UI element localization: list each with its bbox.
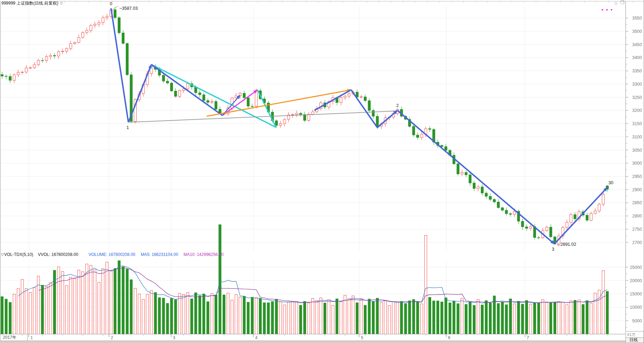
volume-bar — [271, 302, 274, 334]
chevron-down-icon[interactable]: ▽ — [60, 1, 63, 5]
volume-bar — [295, 301, 298, 334]
volume-bar — [501, 302, 504, 334]
volume-bar — [404, 303, 407, 334]
candle-body — [21, 72, 23, 72]
volume-bar — [142, 299, 145, 334]
candle-body — [525, 227, 528, 228]
volume-bar — [340, 302, 342, 334]
volume-bar — [537, 303, 540, 334]
volume-bar — [251, 297, 253, 334]
volume-tick-label: 5000 — [632, 319, 642, 323]
volume-bar — [223, 295, 225, 334]
volume-bar — [545, 302, 548, 334]
volume-bar — [436, 301, 439, 334]
diamond-icon[interactable]: ◇ — [614, 1, 617, 5]
volume-bar — [303, 301, 306, 334]
candle-body — [102, 18, 104, 23]
volume-bar — [291, 301, 294, 334]
volume-bar — [78, 270, 80, 334]
collapse-icon[interactable]: ▽ — [1, 253, 4, 257]
volume-bar — [465, 305, 467, 334]
volume-bar — [81, 272, 84, 334]
overlay-line — [398, 110, 555, 244]
volume-bar — [106, 262, 108, 334]
candle-body — [255, 91, 258, 106]
volume-bar — [384, 301, 386, 334]
candle-body — [5, 76, 7, 77]
candle-body — [477, 187, 479, 188]
candle-body — [340, 98, 342, 102]
candle-body — [469, 175, 471, 183]
candle-body — [57, 52, 60, 56]
candle-body — [13, 75, 15, 80]
candle-body — [497, 202, 500, 208]
price-tick-label: 3400 — [632, 55, 642, 60]
candle-body — [65, 49, 68, 51]
volume-bar — [166, 303, 169, 334]
volume-bar — [469, 302, 471, 334]
candle-body — [106, 16, 108, 18]
ma10-value: MA10: 142996256.00 — [183, 252, 224, 257]
volume-bar — [198, 296, 201, 334]
scrollbar-strip[interactable] — [0, 341, 644, 343]
candle-body — [247, 98, 249, 106]
candle-body — [441, 145, 443, 147]
volume-bar — [558, 302, 560, 334]
volume-bar — [606, 291, 608, 334]
volume-bar — [211, 293, 213, 334]
candle-body — [574, 215, 576, 219]
candle-body — [303, 114, 306, 120]
symbol-title: 999999 上证指数(日线.前复权)▽ — [1, 0, 63, 6]
volume-bar — [505, 305, 508, 334]
candle-body — [372, 110, 375, 116]
volume-bar — [49, 283, 52, 334]
indicator-name[interactable]: VOL-TDX(5,10) — [4, 252, 33, 257]
candle-body — [61, 51, 64, 52]
candle-body — [90, 26, 92, 30]
price-tick-label: 3200 — [632, 108, 642, 113]
candle-body — [602, 194, 605, 204]
volume-bar — [239, 297, 241, 334]
volume-bar — [235, 295, 237, 334]
period-selector[interactable]: 日线 — [629, 337, 638, 343]
candle-body — [275, 121, 278, 126]
candle-body — [174, 91, 177, 96]
volume-bar — [473, 305, 475, 334]
candle-body — [299, 113, 302, 114]
annotation-label: 3 — [552, 247, 554, 252]
volume-bar — [420, 304, 423, 334]
volume-bar — [388, 306, 391, 334]
volume-bar — [425, 235, 427, 334]
price-tick-label: 2950 — [632, 174, 642, 179]
month-label: 7 — [527, 335, 529, 340]
volume-bar — [368, 299, 370, 334]
volume-bar — [529, 304, 532, 334]
candle-body — [521, 221, 524, 227]
volume-bar — [562, 302, 564, 334]
volume-bar — [130, 280, 132, 334]
volume-bar — [336, 299, 338, 334]
candle-body — [291, 115, 294, 115]
candle-body — [86, 30, 88, 33]
candle-body — [166, 81, 169, 83]
volume-bar — [134, 288, 137, 334]
copy-icon[interactable]: ❐ — [620, 1, 624, 5]
volume-bar — [150, 291, 153, 334]
volume-bar — [179, 293, 181, 334]
indicator-dot — [602, 9, 603, 10]
volume-bar — [174, 300, 177, 334]
candle-body — [198, 93, 201, 95]
candle-body — [126, 43, 128, 75]
overlay-line — [377, 110, 398, 128]
chart-canvas[interactable]: 0~3587.03123←2691.0230355035003450340033… — [0, 0, 644, 343]
candle-body — [170, 83, 173, 91]
vvol-value: VVOL: 167800208.00 — [38, 252, 78, 257]
annotation-label: ~3587.03 — [120, 6, 138, 11]
candle-body — [505, 210, 508, 214]
candle-body — [493, 199, 495, 202]
volume-bar — [441, 302, 443, 334]
volume-bar — [332, 305, 334, 334]
volume-tick-label: 25000 — [630, 265, 642, 270]
volume-bar — [594, 293, 596, 334]
candle-body — [598, 204, 600, 211]
